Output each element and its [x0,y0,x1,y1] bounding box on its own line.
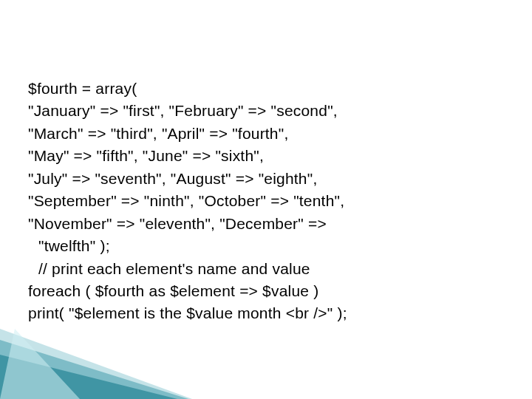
code-line: foreach ( $fourth as $element => $value … [28,280,504,302]
code-block: $fourth = array( "January" => "first", "… [28,78,504,325]
code-line: "twelfth" ); [28,235,504,257]
code-line: "March" => "third", "April" => "fourth", [28,123,504,145]
code-line: "November" => "eleventh", "December" => [28,213,504,235]
code-line: print( "$element is the $value month <br… [28,302,504,324]
code-line: // print each element's name and value [28,258,504,280]
code-line: "January" => "first", "February" => "sec… [28,100,504,122]
code-line: $fourth = array( [28,78,504,100]
code-line: "July" => "seventh", "August" => "eighth… [28,168,504,190]
accent-graphic [0,329,192,399]
code-line: "September" => "ninth", "October" => "te… [28,190,504,212]
slide: $fourth = array( "January" => "first", "… [0,0,532,399]
code-line: "May" => "fifth", "June" => "sixth", [28,145,504,167]
